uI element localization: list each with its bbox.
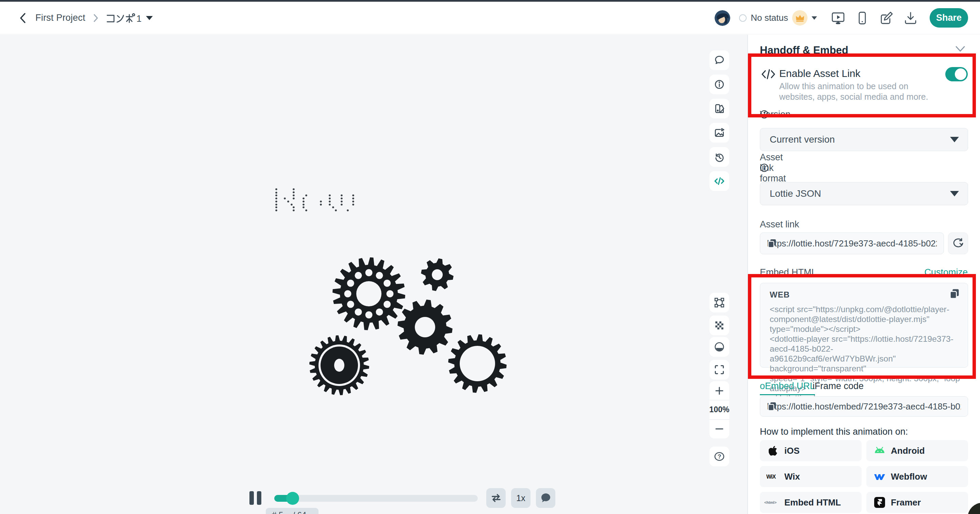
frame-current[interactable]: # 5 [272, 510, 283, 514]
platform-button-framer[interactable]: Framer [866, 492, 968, 513]
pause-button[interactable] [250, 491, 264, 506]
help-button[interactable]: ? [710, 447, 729, 466]
format-select[interactable]: Lottie JSON [760, 182, 968, 205]
swatches-tool-button[interactable] [710, 99, 729, 118]
tab-iframe-code[interactable]: iFrame code [813, 381, 864, 391]
compose-icon[interactable] [879, 11, 894, 25]
platform-button-android[interactable]: Android [866, 440, 968, 461]
dropdown-caret-icon [811, 16, 817, 20]
tab-oembed-url[interactable]: oEmbed URL [760, 381, 815, 395]
info-icon[interactable] [760, 163, 769, 172]
share-button[interactable]: Share [930, 8, 968, 27]
format-value: Lottie JSON [770, 188, 821, 199]
copy-icon[interactable] [767, 401, 777, 412]
implement-label: How to implement this animation on: [760, 426, 908, 437]
download-icon[interactable] [903, 11, 918, 25]
preview-actions [830, 11, 918, 25]
breadcrumb-separator-icon [93, 14, 98, 22]
zoom-out-button[interactable] [710, 419, 729, 438]
canvas-artwork [0, 35, 748, 514]
platform-button-ios[interactable]: iOS [760, 440, 862, 461]
code-tool-button[interactable] [710, 171, 729, 191]
platform-button-webflow[interactable]: Webflow [866, 466, 968, 487]
enable-asset-link-title: Enable Asset Link [779, 68, 861, 79]
collapse-chevron-icon[interactable] [953, 42, 967, 56]
zoom-in-button[interactable] [710, 381, 729, 400]
svg-text:1: 1 [137, 14, 142, 24]
media-tool-button[interactable] [710, 123, 729, 143]
svg-text:WiX: WiX [766, 474, 776, 480]
svg-text:?: ? [718, 454, 721, 460]
mobile-preview-icon[interactable] [855, 11, 870, 25]
avatar[interactable] [714, 10, 730, 26]
platform-button-wix[interactable]: WiX Wix [760, 466, 862, 487]
status-circle-icon [739, 14, 746, 22]
chevron-down-icon [950, 137, 959, 142]
comment-player-button[interactable] [536, 488, 555, 508]
composition-caret-icon [146, 16, 153, 20]
header-actions: No status [714, 8, 968, 27]
background-drop-button[interactable] [710, 337, 729, 357]
handoff-embed-panel: Handoff & Embed Enable Asset Link Allow … [748, 35, 980, 514]
asset-link-value: https://lottie.host/7219e373-aecd-4185-b… [767, 238, 937, 249]
bounding-box-button[interactable] [710, 293, 729, 312]
asset-link-input[interactable]: https://lottie.host/7219e373-aecd-4185-b… [760, 232, 944, 254]
version-value: Current version [770, 134, 835, 145]
timeline-knob[interactable] [286, 492, 299, 505]
chevron-down-icon [950, 191, 959, 196]
zoom-level[interactable]: 100% [710, 400, 729, 419]
regenerate-link-button[interactable] [948, 232, 968, 254]
svg-text:<html>: <html> [764, 500, 776, 504]
info-icon[interactable] [760, 110, 769, 119]
zoom-controls: 100% [710, 381, 729, 438]
speed-button[interactable]: 1x [511, 488, 530, 508]
animation-canvas: 1x # 5 / 64 [0, 35, 748, 514]
app-header: First Project コンポ 1 1 [0, 2, 980, 34]
embed-html-label: Embed HTML [760, 267, 817, 278]
enable-asset-link-toggle[interactable] [945, 67, 968, 81]
breadcrumb-project[interactable]: First Project [35, 13, 86, 23]
timeline-slider[interactable] [274, 495, 478, 502]
lottiefiles-editor: First Project コンポ 1 1 [0, 0, 980, 514]
panel-title: Handoff & Embed [760, 44, 848, 57]
composition-selector[interactable]: コンポ 1 1 [106, 12, 153, 24]
web-platform-label: WEB [770, 290, 790, 299]
status-label: No status [751, 13, 788, 23]
oembed-url-value: https://lottie.host/embed/7219e373-aecd-… [767, 401, 961, 412]
version-select[interactable]: Current version [760, 128, 968, 151]
copy-icon[interactable] [949, 288, 960, 299]
history-tool-button[interactable] [710, 147, 729, 167]
frame-total: / 64 [293, 510, 306, 514]
back-chevron-icon[interactable] [18, 11, 28, 25]
status-selector[interactable]: No status [739, 10, 817, 25]
premium-crown-icon [792, 10, 808, 25]
customize-link[interactable]: Customize [924, 267, 968, 278]
enable-asset-link-description: Allow this animation to be used on websi… [779, 81, 941, 102]
fullscreen-button[interactable] [710, 360, 729, 380]
desktop-preview-icon[interactable] [830, 11, 846, 25]
loop-button[interactable] [486, 488, 506, 508]
copy-icon[interactable] [767, 238, 777, 248]
platform-button-embed-html[interactable]: <html> Embed HTML [760, 492, 862, 513]
breadcrumb: First Project コンポ 1 1 [18, 11, 153, 25]
asset-link-label: Asset link [760, 219, 799, 230]
embed-code-card: WEB <script src="https://unpkg.com/@dotl… [760, 283, 968, 368]
info-tool-button[interactable] [710, 75, 729, 94]
composition-kana-drawing: 1 [106, 12, 143, 24]
oembed-url-input[interactable]: https://lottie.host/embed/7219e373-aecd-… [760, 396, 968, 417]
comment-tool-button[interactable] [710, 50, 729, 70]
frame-counter: # 5 / 64 [266, 508, 318, 514]
checkerboard-button[interactable] [710, 315, 729, 335]
